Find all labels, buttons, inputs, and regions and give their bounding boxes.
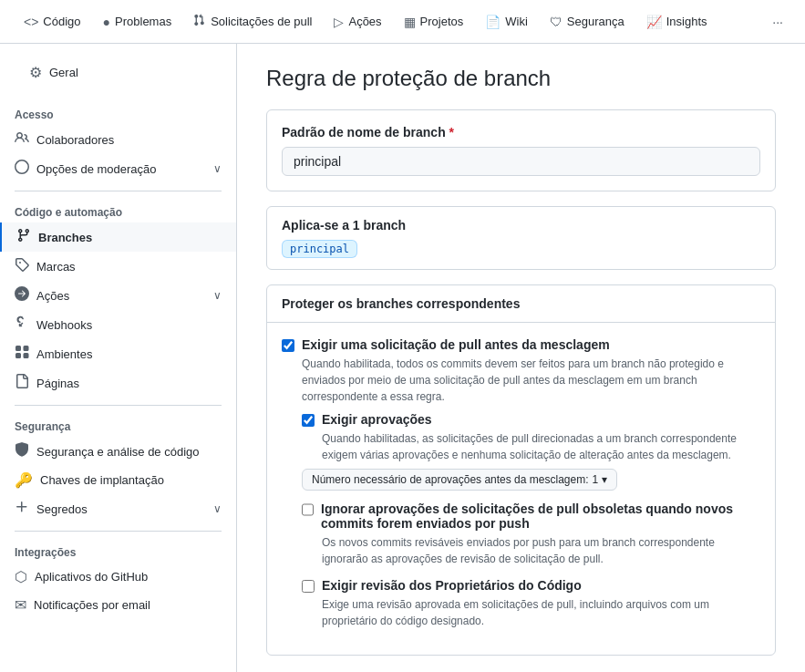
moderacao-chevron: ∨ bbox=[213, 162, 222, 175]
moderacao-icon bbox=[15, 160, 29, 178]
protect-title: Proteger os branches correspondentes bbox=[282, 296, 760, 311]
pulls-icon bbox=[193, 14, 206, 29]
protect-card-header: Proteger os branches correspondentes bbox=[267, 285, 775, 323]
sidebar-section-integracoes: Integrações bbox=[0, 539, 236, 563]
nav-insights[interactable]: 📈 Insights bbox=[637, 9, 717, 35]
sidebar-item-ambientes[interactable]: Ambientes bbox=[0, 339, 236, 368]
projects-icon: ▦ bbox=[404, 15, 416, 29]
segredos-chevron: ∨ bbox=[213, 502, 222, 515]
email-icon: ✉ bbox=[15, 596, 26, 614]
require-approvals-row: Exigir aprovações bbox=[302, 412, 760, 427]
segredos-icon bbox=[15, 500, 29, 518]
branch-name-card-body: Padrão de nome de branch * bbox=[267, 110, 775, 191]
sidebar-divider-1 bbox=[15, 191, 222, 191]
branch-name-input[interactable] bbox=[282, 147, 760, 176]
nav-issues[interactable]: ● Problemas bbox=[94, 9, 181, 35]
require-approvals-label[interactable]: Exigir aprovações bbox=[322, 412, 432, 427]
sidebar-item-acoes[interactable]: Ações ∨ bbox=[0, 281, 236, 310]
acoes-chevron: ∨ bbox=[213, 289, 222, 302]
branch-name-label: Padrão de nome de branch * bbox=[282, 125, 760, 140]
sidebar-item-segredos[interactable]: Segredos ∨ bbox=[0, 494, 236, 523]
chaves-icon: 🔑 bbox=[15, 471, 33, 489]
insights-icon: 📈 bbox=[646, 15, 662, 29]
issues-icon: ● bbox=[103, 15, 110, 29]
sidebar-item-webhooks[interactable]: Webhooks bbox=[0, 310, 236, 339]
require-pr-row: Exigir uma solicitação de pull antes da … bbox=[282, 337, 760, 352]
sidebar-item-marcas[interactable]: Marcas bbox=[0, 252, 236, 281]
branch-tag: principal bbox=[282, 240, 357, 258]
top-navigation: <> Código ● Problemas Solicitações de pu… bbox=[0, 0, 805, 44]
required-marker: * bbox=[449, 125, 454, 140]
require-code-owners-desc: Exige uma revisão aprovada em solicitaçõ… bbox=[322, 596, 760, 629]
require-code-owners-label[interactable]: Exigir revisão dos Proprietários do Códi… bbox=[322, 578, 582, 593]
sidebar-item-branches[interactable]: Branches bbox=[0, 222, 236, 252]
sidebar-divider-2 bbox=[15, 405, 222, 406]
require-code-owners-checkbox[interactable] bbox=[302, 580, 315, 593]
sidebar-divider-3 bbox=[15, 531, 222, 532]
sidebar-item-seguranca-analise[interactable]: Segurança e análise de código bbox=[0, 437, 236, 466]
require-pr-checkbox[interactable] bbox=[282, 339, 294, 352]
wiki-icon: 📄 bbox=[485, 15, 501, 29]
require-code-owners-row: Exigir revisão dos Proprietários do Códi… bbox=[302, 578, 760, 593]
colaboradores-icon bbox=[15, 130, 29, 149]
dismiss-stale-label[interactable]: Ignorar aprovações de solicitações de pu… bbox=[321, 501, 760, 531]
require-approvals-checkbox[interactable] bbox=[302, 414, 315, 427]
page-layout: ⚙ Geral Acesso Colaboradores Opções de m… bbox=[0, 44, 805, 672]
dismiss-stale-row: Ignorar aprovações de solicitações de pu… bbox=[302, 501, 760, 531]
code-icon: <> bbox=[24, 15, 38, 29]
nav-wiki[interactable]: 📄 Wiki bbox=[476, 9, 537, 35]
aplicativos-icon: ⬡ bbox=[15, 568, 27, 585]
nav-actions[interactable]: ▷ Ações bbox=[325, 9, 390, 35]
require-code-owners-item: Exigir revisão dos Proprietários do Códi… bbox=[302, 578, 760, 629]
main-content: Regra de proteção de branch Padrão de no… bbox=[237, 44, 805, 672]
sidebar-top: ⚙ Geral bbox=[0, 58, 236, 101]
nav-code[interactable]: <> Código bbox=[15, 9, 90, 35]
branches-icon bbox=[16, 228, 31, 246]
dismiss-stale-item: Ignorar aprovações de solicitações de pu… bbox=[302, 501, 760, 567]
approvals-dropdown[interactable]: Número necessário de aprovações antes da… bbox=[302, 469, 617, 491]
seguranca-analise-icon bbox=[15, 442, 29, 460]
sidebar-section-seguranca: Segurança bbox=[0, 413, 236, 437]
sidebar-item-geral[interactable]: ⚙ Geral bbox=[15, 58, 222, 87]
sidebar-section-codigo: Código e automação bbox=[0, 199, 236, 222]
nav-more-button[interactable]: ··· bbox=[765, 9, 790, 35]
sidebar-section-acesso: Acesso bbox=[0, 101, 236, 125]
dismiss-stale-checkbox[interactable] bbox=[302, 503, 314, 516]
approvals-dropdown-label: Número necessário de aprovações antes da… bbox=[312, 473, 589, 486]
actions-icon: ▷ bbox=[334, 15, 344, 29]
sidebar: ⚙ Geral Acesso Colaboradores Opções de m… bbox=[0, 44, 237, 672]
security-icon: 🛡 bbox=[550, 15, 562, 29]
acoes-icon bbox=[15, 286, 29, 305]
require-approvals-desc: Quando habilitadas, as solicitações de p… bbox=[322, 430, 760, 463]
dismiss-stale-desc: Os novos commits revisáveis enviados por… bbox=[322, 534, 760, 567]
sidebar-item-colaboradores[interactable]: Colaboradores bbox=[0, 125, 236, 154]
page-title: Regra de proteção de branch bbox=[266, 66, 776, 91]
applies-to-body: Aplica-se a 1 branch principal bbox=[267, 207, 775, 269]
paginas-icon bbox=[15, 374, 29, 392]
sub-checks: Exigir aprovações Quando habilitadas, as… bbox=[302, 412, 760, 629]
webhooks-icon bbox=[15, 315, 29, 334]
sidebar-item-email[interactable]: ✉ Notificações por email bbox=[0, 591, 236, 619]
applies-label: Aplica-se a 1 branch bbox=[282, 218, 760, 233]
approvals-dropdown-value: 1 bbox=[593, 473, 599, 486]
nav-pulls[interactable]: Solicitações de pull bbox=[184, 8, 321, 35]
geral-icon: ⚙ bbox=[29, 64, 42, 81]
sidebar-item-moderacao[interactable]: Opções de moderação ∨ bbox=[0, 154, 236, 183]
sidebar-item-paginas[interactable]: Páginas bbox=[0, 368, 236, 398]
branch-name-card: Padrão de nome de branch * bbox=[266, 109, 776, 191]
protect-section-body: Exigir uma solicitação de pull antes da … bbox=[267, 323, 775, 655]
marcas-icon bbox=[15, 257, 29, 275]
approvals-dropdown-chevron: ▾ bbox=[602, 473, 607, 486]
nav-security[interactable]: 🛡 Segurança bbox=[541, 9, 634, 35]
sidebar-item-chaves[interactable]: 🔑 Chaves de implantação bbox=[0, 466, 236, 494]
applies-to-card: Aplica-se a 1 branch principal bbox=[266, 206, 776, 270]
sidebar-item-aplicativos[interactable]: ⬡ Aplicativos do GitHub bbox=[0, 563, 236, 591]
require-pr-desc: Quando habilitada, todos os commits deve… bbox=[302, 356, 760, 405]
ambientes-icon bbox=[15, 345, 29, 363]
require-pr-item: Exigir uma solicitação de pull antes da … bbox=[282, 337, 760, 629]
require-pr-label[interactable]: Exigir uma solicitação de pull antes da … bbox=[302, 337, 610, 352]
nav-projects[interactable]: ▦ Projetos bbox=[395, 9, 473, 35]
require-approvals-item: Exigir aprovações Quando habilitadas, as… bbox=[302, 412, 760, 491]
protect-card: Proteger os branches correspondentes Exi… bbox=[266, 284, 776, 656]
